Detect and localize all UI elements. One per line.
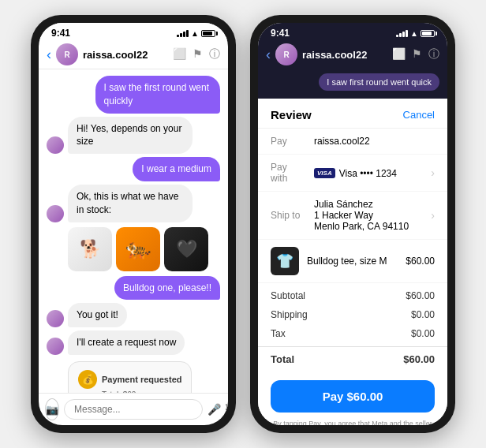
info-icon-2[interactable]: ⓘ	[428, 47, 439, 62]
msg-avatar-recv	[47, 136, 64, 154]
msg-avatar-recv-4	[47, 338, 64, 355]
battery-icon-2	[421, 30, 435, 37]
review-shipto-value: Julia Sánchez 1 Hacker Way Menlo Park, C…	[314, 199, 423, 232]
msg-row-recv-4: I'll create a request now	[47, 330, 220, 355]
chat-area-1: I saw the first round went quickly Hi! Y…	[39, 69, 228, 393]
subtotal-value: $60.00	[406, 290, 435, 301]
chat-preview-bubble: I saw first round went quick	[319, 73, 439, 91]
review-product-row: 👕 Bulldog tee, size M $60.00	[258, 240, 447, 283]
visa-badge: VISA Visa •••• 1234	[314, 168, 397, 179]
phone-2-screen: 9:41 ▲ ‹ R raissa.cool22 ⬜ ⚑	[258, 23, 447, 425]
msg-row-sent-2: I wear a medium	[47, 157, 220, 181]
input-bar-1: 📷 🎤 🖼 😊	[39, 393, 228, 425]
battery-icon	[201, 30, 215, 37]
shipping-value: $0.00	[411, 309, 435, 320]
phone-2: 9:41 ▲ ‹ R raissa.cool22 ⬜ ⚑	[250, 15, 455, 433]
review-product-price: $60.00	[406, 256, 435, 267]
paywith-arrow-icon: ›	[431, 166, 435, 179]
product-thumbnails-row: 🐕 🐅 🖤	[47, 226, 220, 273]
camera-button[interactable]: 📷	[45, 398, 59, 420]
review-paywith-row[interactable]: Pay with VISA Visa •••• 1234 ›	[258, 155, 447, 192]
bubble-sent-2: I wear a medium	[133, 157, 220, 181]
msg-row-recv-2: Ok, this is what we have in stock:	[47, 185, 220, 222]
bubble-sent-1: I saw the first round went quickly	[95, 76, 220, 114]
status-bar-2: 9:41 ▲	[258, 23, 447, 40]
payment-label: 💰 Payment requested	[78, 370, 181, 389]
total-label: Total	[271, 353, 294, 365]
avatar-1: R	[56, 43, 78, 65]
review-sheet: Review Cancel Pay raissa.cool22 Pay with…	[258, 99, 447, 425]
nav-icons-2: ⬜ ⚑ ⓘ	[392, 47, 439, 62]
flag-icon-2[interactable]: ⚑	[412, 47, 422, 62]
review-paywith-label: Pay with	[271, 162, 306, 184]
info-icon[interactable]: ⓘ	[209, 47, 220, 62]
status-time-2: 9:41	[271, 28, 290, 39]
msg-row-recv-1: Hi! Yes, depends on your size	[47, 117, 220, 155]
mic-icon[interactable]: 🎤	[207, 403, 221, 416]
review-header: Review Cancel	[258, 99, 447, 129]
phone-1-screen: 9:41 ▲ ‹ R raissa.cool22 ⬜ ⚑	[39, 23, 228, 425]
review-paywith-value: VISA Visa •••• 1234	[314, 166, 423, 179]
chat-preview-dark: I saw first round went quick	[258, 69, 447, 99]
nav-username-1: raissa.cool22	[83, 49, 168, 61]
payment-card: 💰 Payment requested Total: $60 Bulldog t…	[68, 361, 192, 393]
bubble-recv-2: Ok, this is what we have in stock:	[68, 185, 193, 222]
review-shipto-row[interactable]: Ship to Julia Sánchez 1 Hacker Way Menlo…	[258, 192, 447, 240]
review-product-thumb: 👕	[271, 247, 299, 275]
nav-bar-2: ‹ R raissa.cool22 ⬜ ⚑ ⓘ	[258, 40, 447, 69]
review-cancel-button[interactable]: Cancel	[403, 109, 435, 121]
product-thumb-2: 🐅	[116, 227, 160, 271]
nav-icons-1: ⬜ ⚑ ⓘ	[173, 47, 220, 62]
visa-logo: VISA	[314, 168, 335, 178]
pay-big-button[interactable]: Pay $60.00	[271, 380, 435, 413]
product-thumb-1: 🐕	[68, 227, 112, 271]
signal-icon	[177, 30, 189, 37]
avatar-2: R	[275, 43, 297, 65]
summary-shipping-row: Shipping $0.00	[258, 305, 447, 324]
nav-username-2: raissa.cool22	[302, 49, 387, 61]
bubble-recv-3: You got it!	[68, 303, 127, 327]
bubble-recv-1: Hi! Yes, depends on your size	[68, 117, 193, 155]
status-icons-2: ▲	[396, 29, 435, 38]
card-number: Visa •••• 1234	[339, 168, 397, 179]
status-icons-1: ▲	[177, 29, 215, 38]
review-title: Review	[271, 108, 312, 121]
status-bar-1: 9:41 ▲	[39, 23, 228, 40]
bubble-sent-3: Bulldog one, please!!	[114, 276, 220, 301]
wifi-icon-2: ▲	[410, 29, 418, 38]
back-button-1[interactable]: ‹	[47, 47, 51, 63]
review-product-name: Bulldog tee, size M	[307, 256, 398, 267]
subtotal-label: Subtotal	[271, 290, 305, 301]
msg-avatar-recv-2	[47, 205, 64, 222]
nav-bar-1: ‹ R raissa.cool22 ⬜ ⚑ ⓘ	[39, 40, 228, 69]
phone-1: 9:41 ▲ ‹ R raissa.cool22 ⬜ ⚑	[31, 15, 236, 433]
summary-subtotal-row: Subtotal $60.00	[258, 286, 447, 305]
input-icons: 🎤 🖼 😊	[207, 403, 228, 416]
msg-row-sent-3: Bulldog one, please!!	[47, 276, 220, 301]
photo-icon[interactable]: 🖼	[225, 403, 228, 416]
summary-total-row: Total $60.00	[258, 346, 447, 369]
flag-icon[interactable]: ⚑	[193, 47, 203, 62]
review-pay-value: raissa.cool22	[314, 136, 435, 147]
summary-tax-row: Tax $0.00	[258, 324, 447, 343]
msg-row-sent-1: I saw the first round went quickly	[47, 76, 220, 114]
video-icon-2[interactable]: ⬜	[392, 47, 406, 62]
product-thumb-3: 🖤	[164, 227, 208, 271]
tax-label: Tax	[271, 328, 286, 339]
bubble-recv-4: I'll create a request now	[68, 330, 185, 355]
shipto-arrow-icon: ›	[431, 209, 435, 222]
terms-text: By tapping Pay, you agree that Meta and …	[258, 419, 447, 425]
video-icon[interactable]: ⬜	[173, 47, 186, 62]
msg-row-recv-3: You got it!	[47, 303, 220, 327]
total-value: $60.00	[403, 353, 435, 365]
back-button-2[interactable]: ‹	[266, 47, 271, 63]
review-pay-row: Pay raissa.cool22	[258, 129, 447, 155]
message-input[interactable]	[64, 399, 203, 420]
summary-section: Subtotal $60.00 Shipping $0.00 Tax $0.00…	[258, 283, 447, 372]
product-row: 🐕 🐅 🖤	[68, 227, 208, 271]
msg-avatar-recv-3	[47, 310, 64, 327]
tax-value: $0.00	[411, 328, 435, 339]
payment-icon: 💰	[78, 370, 97, 389]
review-shipto-label: Ship to	[271, 210, 306, 221]
shipping-label: Shipping	[271, 309, 308, 320]
